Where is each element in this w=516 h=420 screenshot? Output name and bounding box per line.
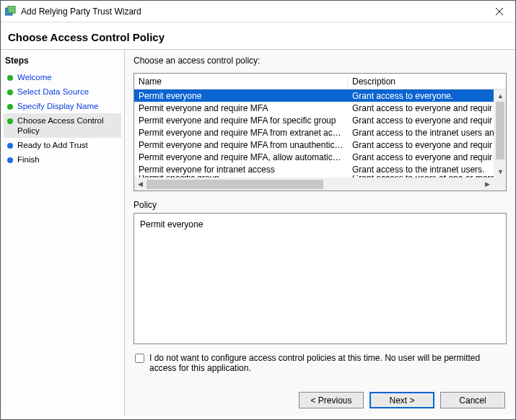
list-rows: Permit everyone Grant access to everyone… [134, 89, 506, 178]
wizard-buttons: < Previous Next > Cancel [134, 385, 507, 410]
cell-description: Grant access to everyone and requir [348, 103, 494, 113]
step-label: Finish [17, 154, 40, 165]
bullet-done-icon [6, 74, 14, 81]
step-welcome[interactable]: Welcome [4, 70, 121, 84]
bullet-done-icon [6, 102, 14, 110]
bullet-pending-icon [6, 156, 14, 163]
step-specify-display-name[interactable]: Specify Display Name [4, 99, 121, 113]
column-name[interactable]: Name [134, 76, 348, 87]
scroll-right-icon[interactable]: ▶ [481, 178, 494, 191]
cancel-button[interactable]: Cancel [440, 392, 505, 408]
opt-out-checkbox[interactable] [135, 354, 144, 363]
svg-point-9 [7, 157, 13, 163]
title-bar: Add Relying Party Trust Wizard [1, 1, 515, 22]
column-description[interactable]: Description [348, 76, 494, 87]
bullet-done-icon [6, 88, 14, 95]
opt-out-label[interactable]: I do not want to configure access contro… [149, 353, 507, 373]
cell-name: Permit everyone and require MFA [134, 103, 348, 113]
policy-row[interactable]: Permit everyone for intranet access Gran… [134, 163, 494, 175]
close-button[interactable] [484, 1, 515, 22]
svg-point-7 [7, 118, 13, 124]
step-choose-access-control-policy: Choose Access Control Policy [4, 113, 121, 138]
scroll-corner [494, 178, 506, 191]
policy-label: Policy [134, 200, 507, 210]
scroll-down-icon[interactable]: ▼ [494, 165, 507, 178]
cell-description: Grant access to everyone and requir [348, 140, 494, 150]
svg-rect-1 [8, 6, 15, 13]
list-header: Name Description [134, 74, 506, 89]
step-link[interactable]: Select Data Source [17, 87, 89, 97]
steps-sidebar: Steps Welcome Select Data Source Specify… [1, 50, 125, 416]
cell-name: Permit everyone and require MFA, allow a… [134, 152, 348, 162]
cell-name: Permit everyone and require MFA for spec… [134, 115, 348, 126]
scroll-track[interactable] [147, 180, 481, 189]
step-label: Choose Access Control Policy [17, 115, 118, 136]
horizontal-scrollbar[interactable]: ◀ ▶ [134, 178, 506, 191]
instruction-text: Choose an access control policy: [134, 56, 507, 66]
scroll-thumb[interactable] [147, 180, 323, 189]
bullet-current-icon [6, 117, 14, 124]
policy-row[interactable]: Permit everyone and require MFA Grant ac… [134, 102, 494, 114]
policy-details: Permit everyone [134, 213, 507, 344]
svg-point-8 [7, 143, 13, 149]
step-select-data-source[interactable]: Select Data Source [4, 84, 121, 99]
cell-description: Grant access to everyone. [348, 91, 494, 101]
cell-description: Grant access to everyone and requir [348, 152, 494, 162]
cell-description: Grant access to everyone and requir [348, 115, 494, 126]
cell-name: Permit everyone and require MFA from una… [134, 140, 348, 150]
policy-text: Permit everyone [140, 219, 500, 229]
close-icon [496, 8, 503, 15]
app-icon [5, 6, 17, 17]
window-title: Add Relying Party Trust Wizard [21, 6, 484, 17]
cell-name: Permit everyone and require MFA from ext… [134, 128, 348, 138]
wizard-body: Steps Welcome Select Data Source Specify… [1, 49, 515, 416]
scroll-left-icon[interactable]: ◀ [134, 178, 147, 191]
scroll-up-icon[interactable]: ▲ [494, 89, 507, 102]
cell-description: Grant access to the intranet users. [348, 165, 494, 175]
policy-row[interactable]: Permit everyone and require MFA from ext… [134, 126, 494, 139]
svg-point-5 [7, 89, 13, 95]
cell-name: Permit everyone [134, 91, 348, 101]
main-panel: Choose an access control policy: Name De… [125, 50, 515, 416]
cell-description: Grant access to the intranet users an [348, 128, 494, 138]
cell-name: Permit everyone for intranet access [134, 165, 348, 175]
policy-row[interactable]: Permit everyone and require MFA, allow a… [134, 151, 494, 163]
scroll-thumb[interactable] [496, 102, 504, 159]
step-finish: Finish [4, 152, 121, 167]
svg-point-4 [7, 75, 13, 81]
policy-list[interactable]: Name Description Permit everyone Grant a… [134, 73, 507, 191]
policy-row[interactable]: Permit everyone Grant access to everyone… [134, 89, 494, 102]
page-title: Choose Access Control Policy [8, 31, 507, 43]
policy-row[interactable]: Permit everyone and require MFA for spec… [134, 114, 494, 126]
svg-point-6 [7, 104, 13, 110]
bullet-pending-icon [6, 141, 14, 149]
step-ready-to-add-trust: Ready to Add Trust [4, 138, 121, 152]
previous-button[interactable]: < Previous [299, 392, 364, 408]
opt-out-row: I do not want to configure access contro… [134, 353, 507, 373]
step-link[interactable]: Welcome [17, 72, 52, 82]
wizard-header: Choose Access Control Policy [1, 22, 515, 49]
next-button[interactable]: Next > [369, 392, 434, 408]
step-link[interactable]: Specify Display Name [17, 101, 98, 111]
vertical-scrollbar[interactable]: ▲ ▼ [494, 89, 506, 178]
steps-heading: Steps [4, 54, 121, 70]
step-label: Ready to Add Trust [17, 140, 88, 150]
policy-row[interactable]: Permit everyone and require MFA from una… [134, 139, 494, 151]
